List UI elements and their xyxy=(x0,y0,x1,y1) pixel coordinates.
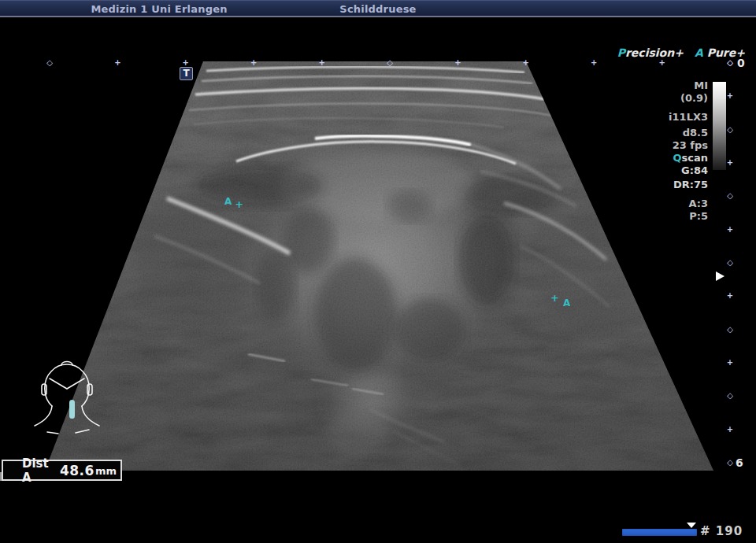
body-marker-icon[interactable] xyxy=(26,353,108,439)
qscan-label: Qscan xyxy=(669,152,708,164)
measurement-label: Dist A xyxy=(22,456,60,485)
caliper-cross-icon[interactable]: + xyxy=(235,198,243,210)
mi-label: MI xyxy=(669,79,708,92)
dynamic-range-setting: DR:75 xyxy=(669,179,708,191)
measurement-value: 48.6 xyxy=(60,463,94,478)
ultrasound-beam-area xyxy=(32,55,724,476)
cine-progress-bar[interactable] xyxy=(622,529,697,536)
depth-scale-top-label: 0 xyxy=(737,57,745,69)
measurement-result-box: Dist A 48.6 mm xyxy=(2,460,122,481)
depth-setting: d8.5 xyxy=(669,127,708,139)
caliper-a-start[interactable]: A+ xyxy=(224,193,240,208)
cine-scrub-handle-icon[interactable] xyxy=(687,523,696,528)
depth-scale-bottom-label: 6 xyxy=(736,456,743,469)
frame-rate: 23 fps xyxy=(669,139,708,152)
institution-label: Medizin 1 Uni Erlangen xyxy=(91,3,227,15)
precision-mode-label: Precision+ xyxy=(617,46,684,59)
persistence-a-setting: A:3 xyxy=(669,198,708,210)
caliper-cross-icon[interactable]: + xyxy=(550,292,559,304)
mi-value: (0.9) xyxy=(669,92,708,105)
persistence-p-setting: P:5 xyxy=(669,210,708,223)
acquisition-status-panel: MI (0.9) i11LX3 d8.5 23 fps Qscan G:84 D… xyxy=(669,79,708,223)
caliper-a-end[interactable]: +A xyxy=(550,290,566,305)
gain-setting: G:84 xyxy=(669,164,708,177)
probe-position-indicator[interactable] xyxy=(69,400,75,419)
imaging-mode-labels: Precision+ A Pure+ xyxy=(617,46,745,59)
grayscale-reference-bar xyxy=(713,82,726,170)
measurement-unit: mm xyxy=(95,465,117,477)
focus-position-marker[interactable] xyxy=(716,272,724,281)
probe-orientation-marker[interactable]: T xyxy=(180,67,193,80)
transducer-label: i11LX3 xyxy=(669,111,708,124)
ultrasound-screen: Medizin 1 Uni Erlangen Schilddruese T Pr… xyxy=(0,0,756,543)
exam-preset-label: Schilddruese xyxy=(339,3,416,15)
frame-counter: # 190 xyxy=(700,524,743,538)
title-bar: Medizin 1 Uni Erlangen Schilddruese xyxy=(0,0,756,17)
